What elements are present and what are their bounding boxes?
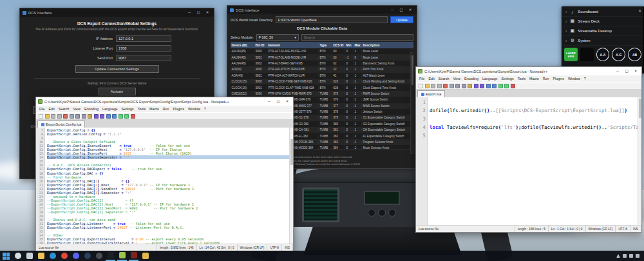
chrome-browser-icon[interactable]: [59, 251, 69, 261]
menu-item-encoding[interactable]: Encoding: [82, 107, 100, 111]
copy-icon[interactable]: [462, 84, 466, 88]
code-line[interactable]: local Tacviewlfs=require('lfs');dofile(T…: [430, 123, 638, 131]
mode-key-ab[interactable]: AB: [628, 48, 641, 61]
table-row[interactable]: AAU34(45)3002PTR-ALT-BARO-SET-KNBBTN6201…: [231, 61, 410, 66]
cut-icon[interactable]: [75, 114, 80, 119]
menu-item-window[interactable]: Window: [186, 107, 202, 111]
menu-item-run[interactable]: Run: [161, 107, 171, 111]
notepad-plus-plus-icon[interactable]: [117, 251, 127, 261]
start-button[interactable]: [2, 252, 10, 260]
redo-icon[interactable]: [480, 84, 484, 88]
window-titlebar[interactable]: DCS Interface ─▢✕: [20, 8, 214, 17]
menu-item-language[interactable]: Language: [480, 77, 500, 81]
table-row[interactable]: CLOCK(15)3001PTR-CLOCK-ELAP-TIME-KNB-628…: [231, 84, 410, 90]
column-header[interactable]: DCS ID: [332, 44, 345, 47]
find-icon[interactable]: [106, 114, 111, 119]
mode-key-ag[interactable]: A-G: [612, 48, 625, 61]
scrollbar-thumb[interactable]: [290, 139, 293, 165]
new-file-icon[interactable]: [419, 84, 423, 88]
scrollbar-thumb[interactable]: [639, 99, 641, 118]
undo-icon[interactable]: [474, 84, 478, 88]
scrollbar-thumb[interactable]: [412, 55, 413, 85]
editor-scrollbar[interactable]: [638, 97, 641, 225]
update-connection-settings-button[interactable]: Update Connection Settings: [75, 65, 159, 73]
table-row[interactable]: AAU34(45)3000PTR-ALT-SLAVE-MODE-LVRBTN60…: [231, 48, 410, 54]
streamdeck-category-stream-deck[interactable]: ›▦Stream Deck: [562, 17, 643, 26]
menu-item-edit[interactable]: Edit: [427, 77, 437, 81]
close-button[interactable]: ✕: [632, 68, 639, 74]
tab-exportscript-config-lua[interactable]: ExportScript.Config.lua: [37, 121, 85, 128]
window-titlebar[interactable]: C:\Users\KyleP\Saved Games\DCS.openbeta\…: [36, 97, 293, 106]
ip-address-input[interactable]: [116, 35, 171, 42]
save-all-icon[interactable]: [437, 84, 442, 88]
table-row[interactable]: ADI(50)3000PTR-ADI-PITCH-TRIM-KNBBTN2201…: [231, 66, 410, 72]
menu-item-tools[interactable]: Tools: [516, 77, 527, 81]
minimize-button[interactable]: ─: [614, 68, 621, 74]
tray-volume-icon[interactable]: [629, 254, 633, 258]
action-center-icon[interactable]: [636, 254, 639, 258]
save-icon[interactable]: [431, 84, 435, 88]
replace-icon[interactable]: [492, 84, 497, 88]
editor-scrollbar[interactable]: [289, 128, 293, 244]
maximize-button[interactable]: ▢: [274, 99, 282, 104]
send-port-input[interactable]: [116, 55, 171, 61]
steam-icon[interactable]: [82, 251, 92, 261]
column-header[interactable]: Min: [345, 44, 354, 47]
zoom-out-icon[interactable]: [124, 114, 129, 119]
menu-item-help[interactable]: ?: [582, 77, 588, 81]
table-row[interactable]: AAU34(45)3001PTR-ALT-SLAVE-MODE-LVRBTN60…: [231, 54, 410, 60]
code-line[interactable]: [430, 131, 638, 140]
search-input[interactable]: [301, 34, 413, 41]
minimize-button[interactable]: ─: [388, 7, 396, 13]
dcs-world-icon[interactable]: [129, 251, 138, 261]
streamdeck-app-icon[interactable]: [106, 251, 115, 261]
mode-key-aa[interactable]: A-A: [596, 48, 610, 61]
menu-item-language[interactable]: Language: [100, 107, 120, 111]
laser-arm-key[interactable]: LASERARM: [564, 48, 578, 61]
close-icon[interactable]: ✕: [638, 8, 641, 13]
table-scrollbar[interactable]: [410, 52, 413, 154]
mfd-grid-key-icon[interactable]: [580, 48, 594, 61]
column-header[interactable]: Btn ID: [254, 44, 267, 47]
obs-icon[interactable]: [94, 251, 104, 261]
maximize-button[interactable]: ▢: [623, 68, 630, 74]
maximize-button[interactable]: ▢: [397, 7, 405, 13]
menu-item-view[interactable]: View: [71, 107, 82, 111]
column-header[interactable]: Device (ID): [231, 44, 254, 47]
paste-icon[interactable]: [468, 84, 472, 88]
menu-item-edit[interactable]: Edit: [47, 107, 57, 111]
minimize-button[interactable]: ─: [185, 10, 193, 15]
menu-item-window[interactable]: Window: [566, 77, 582, 81]
column-header[interactable]: Max: [354, 44, 362, 47]
menu-item-file[interactable]: File: [37, 107, 47, 111]
discord-icon[interactable]: [71, 251, 80, 261]
window-titlebar[interactable]: DCS Interface ─▢✕: [227, 6, 417, 14]
code-line[interactable]: [430, 98, 638, 106]
table-row[interactable]: CLOCK(15)3000PTR-CLOCK-TIME-SET-KNB-626B…: [231, 79, 410, 84]
menu-item-settings[interactable]: Settings: [500, 77, 516, 81]
update-directory-button[interactable]: Update: [390, 16, 413, 23]
menu-item-macro[interactable]: Macro: [147, 107, 161, 111]
tab-export-lua[interactable]: Export.lua: [417, 90, 445, 97]
menu-item-search[interactable]: Search: [437, 77, 451, 81]
install-directory-input[interactable]: [276, 16, 388, 23]
code-line[interactable]: [430, 115, 638, 123]
activate-button[interactable]: Activate: [99, 88, 136, 95]
table-row[interactable]: CMDS(522)3000PTR-UFM-CMDS-TMB-RWR-375TUM…: [231, 91, 410, 97]
code-area[interactable]: ExportScript.Config = {}ExportScript.Ver…: [45, 128, 289, 244]
column-header[interactable]: Element: [267, 44, 319, 47]
minimize-button[interactable]: ─: [265, 99, 273, 104]
find-icon[interactable]: [486, 84, 491, 88]
copy-icon[interactable]: [82, 114, 86, 119]
code-area[interactable]: dofile(lfs.writedir()..[[Scripts\DCS-Exp…: [428, 97, 638, 225]
menu-item-run[interactable]: Run: [541, 77, 551, 81]
table-row[interactable]: AOA(49)3001PTR-AOA-ALT-WATCH-LVRBTN4101A…: [231, 73, 410, 79]
close-button[interactable]: ✕: [204, 10, 211, 15]
print-icon[interactable]: [450, 84, 454, 88]
undo-icon[interactable]: [94, 114, 99, 119]
print-icon[interactable]: [70, 114, 74, 119]
menu-item-tools[interactable]: Tools: [136, 107, 147, 111]
column-header[interactable]: Type: [319, 44, 332, 47]
menu-item-plugins[interactable]: Plugins: [551, 77, 566, 81]
replace-icon[interactable]: [112, 114, 117, 119]
